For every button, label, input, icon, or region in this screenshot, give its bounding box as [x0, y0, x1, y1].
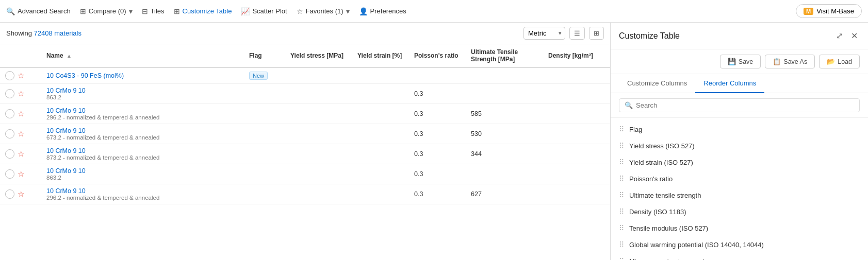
visit-mbase-button[interactable]: M Visit M-Base	[796, 4, 862, 18]
row-uts-cell: 627	[466, 184, 543, 204]
row-density-cell	[543, 184, 610, 204]
select-checkbox[interactable]	[5, 149, 14, 159]
material-sub-text: 863.2	[46, 175, 239, 181]
material-name-link[interactable]: 10 CrMo 9 10	[46, 127, 239, 134]
save-button[interactable]: 💾 Save	[720, 55, 761, 68]
panel-actions: 💾 Save 📋 Save As 📂 Load	[611, 49, 868, 74]
load-button[interactable]: 📂 Load	[819, 55, 860, 68]
metric-select[interactable]: Metric Imperial	[523, 27, 565, 40]
material-sub-text: 873.2 - normalized & tempered & annealed	[46, 154, 239, 161]
grid-view-button[interactable]: ⊞	[589, 27, 604, 40]
row-density-cell	[543, 84, 610, 104]
material-name-link[interactable]: 10 CrMo 9 10	[46, 167, 239, 175]
col-header-poisson: Poisson's ratio	[409, 44, 466, 67]
column-list-item[interactable]: ⠿ Tensile modulus (ISO 527)	[611, 220, 868, 236]
row-poisson-cell: 0.3	[409, 84, 466, 104]
table-row: ☆ 10 Co4S3 - 90 FeS (mol%) New	[0, 67, 610, 84]
row-name-cell: 10 CrMo 9 10 863.2	[41, 164, 244, 184]
row-poisson-cell	[409, 67, 466, 84]
list-view-button[interactable]: ☰	[569, 27, 585, 40]
column-list-item[interactable]: ⠿ Ultimate tensile strength	[611, 187, 868, 203]
compare-icon: ⊞	[80, 7, 86, 15]
row-flag-cell	[244, 84, 285, 104]
table-row: ☆ 10 CrMo 9 10 873.2 - normalized & temp…	[0, 144, 610, 164]
row-yield-strain-cell	[352, 124, 409, 144]
column-list-item[interactable]: ⠿ Poisson's ratio	[611, 170, 868, 187]
col-header-yield-strain: Yield strain [%]	[352, 44, 409, 67]
advanced-search-btn[interactable]: 🔍 Advanced Search	[6, 7, 71, 15]
row-poisson-cell: 0.3	[409, 104, 466, 124]
row-actions: ☆	[5, 169, 36, 179]
tab-customize-columns[interactable]: Customize Columns	[619, 74, 695, 93]
column-list-item[interactable]: ⠿ Density (ISO 1183)	[611, 203, 868, 220]
select-checkbox[interactable]	[5, 109, 14, 118]
favorite-star-button[interactable]: ☆	[18, 149, 24, 159]
select-checkbox[interactable]	[5, 189, 14, 199]
row-yield-stress-cell	[285, 144, 352, 164]
material-name-link[interactable]: 10 CrMo 9 10	[46, 187, 239, 195]
column-list-item[interactable]: ⠿ Yield stress (ISO 527)	[611, 137, 868, 154]
select-checkbox[interactable]	[5, 169, 14, 179]
material-name-link[interactable]: 10 CrMo 9 10	[46, 87, 239, 94]
row-actions-cell: ☆	[0, 67, 41, 84]
select-checkbox[interactable]	[5, 71, 14, 80]
row-actions-cell: ☆	[0, 144, 41, 164]
material-name-link[interactable]: 10 Co4S3 - 90 FeS (mol%)	[46, 72, 239, 79]
drag-handle-icon: ⠿	[619, 175, 624, 183]
row-yield-strain-cell	[352, 84, 409, 104]
column-search-input[interactable]	[636, 101, 854, 109]
star-icon: ☆	[297, 7, 303, 15]
search-icon: 🔍	[625, 101, 633, 109]
row-uts-cell: 530	[466, 124, 543, 144]
select-checkbox[interactable]	[5, 89, 14, 98]
favorite-star-button[interactable]: ☆	[18, 129, 24, 138]
row-density-cell	[543, 67, 610, 84]
row-name-cell: 10 CrMo 9 10 296.2 - normalized & temper…	[41, 104, 244, 124]
favorite-star-button[interactable]: ☆	[18, 109, 24, 118]
select-checkbox[interactable]	[5, 129, 14, 138]
tab-reorder-columns[interactable]: Reorder Columns	[695, 74, 764, 93]
material-name-link[interactable]: 10 CrMo 9 10	[46, 107, 239, 114]
material-name-link[interactable]: 10 CrMo 9 10	[46, 147, 239, 154]
row-flag-cell	[244, 184, 285, 204]
favorites-btn[interactable]: ☆ Favorites (1) ▾	[297, 7, 350, 15]
search-input-wrap: 🔍	[619, 98, 860, 112]
material-sub-text: 863.2	[46, 94, 239, 100]
favorite-star-button[interactable]: ☆	[18, 169, 24, 179]
flag-badge: New	[249, 72, 268, 80]
compare-btn[interactable]: ⊞ Compare (0) ▾	[80, 7, 133, 15]
row-actions: ☆	[5, 89, 36, 98]
favorite-star-button[interactable]: ☆	[18, 71, 24, 80]
favorite-star-button[interactable]: ☆	[18, 189, 24, 199]
column-item-label: Ultimate tensile strength	[629, 192, 701, 199]
save-as-icon: 📋	[773, 58, 781, 65]
panel-close-button[interactable]: ✕	[849, 29, 860, 43]
save-as-button[interactable]: 📋 Save As	[765, 55, 815, 68]
column-list-item[interactable]: ⠿ Global warming potential (ISO 14040, 1…	[611, 236, 868, 253]
row-uts-cell	[466, 84, 543, 104]
row-actions: ☆	[5, 109, 36, 118]
column-list-item[interactable]: ⠿ Yield strain (ISO 527)	[611, 154, 868, 170]
panel-minimize-button[interactable]: ⤢	[834, 29, 845, 43]
preferences-btn[interactable]: 👤 Preferences	[359, 7, 406, 15]
table-row: ☆ 10 CrMo 9 10 296.2 - normalized & temp…	[0, 184, 610, 204]
row-actions-cell: ☆	[0, 124, 41, 144]
column-item-label: Density (ISO 1183)	[629, 208, 686, 216]
row-yield-stress-cell	[285, 104, 352, 124]
col-header-name[interactable]: Name ▲	[41, 44, 244, 67]
column-list-item[interactable]: ⠿ Flag	[611, 121, 868, 137]
panel-search-area: 🔍	[611, 93, 868, 118]
row-uts-cell	[466, 164, 543, 184]
favorite-star-button[interactable]: ☆	[18, 89, 24, 98]
row-yield-stress-cell	[285, 84, 352, 104]
row-density-cell	[543, 124, 610, 144]
customize-table-btn[interactable]: ⊞ Customize Table	[174, 7, 232, 15]
m-badge: M	[804, 8, 813, 15]
material-sub-text: 296.2 - normalized & tempered & annealed	[46, 114, 239, 120]
scatter-plot-btn[interactable]: 📈 Scatter Plot	[241, 7, 287, 15]
preferences-icon: 👤	[359, 7, 368, 15]
column-list: ⠿ Flag ⠿ Yield stress (ISO 527) ⠿ Yield …	[611, 118, 868, 260]
column-list-item[interactable]: ⠿ Min. processing temperature	[611, 253, 868, 260]
tiles-btn[interactable]: ⊟ Tiles	[142, 7, 165, 15]
row-name-cell: 10 Co4S3 - 90 FeS (mol%)	[41, 67, 244, 84]
